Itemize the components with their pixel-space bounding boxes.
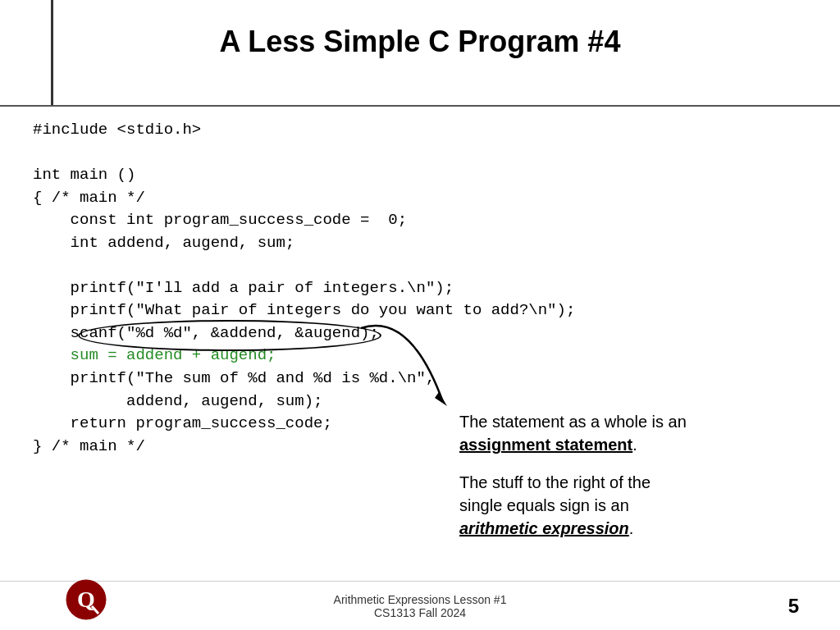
code-line-3: { /* main */ — [33, 187, 807, 210]
annotation-italic-arithmetic: arithmetic expression — [459, 519, 629, 537]
annotation-text-1a: The statement as a whole is an — [459, 413, 687, 431]
title-underline — [0, 105, 840, 107]
code-line-blank1 — [33, 142, 807, 165]
code-line-1: #include <stdio.h> — [33, 119, 807, 142]
annotation-text-1: The statement as a whole is an assignmen… — [459, 410, 815, 456]
code-line-blank2 — [33, 254, 807, 277]
annotation-text-2: The stuff to the right of the single equ… — [459, 471, 815, 540]
footer-page-number: 5 — [788, 595, 799, 618]
code-line-6: printf("I'll add a pair of integers.\n")… — [33, 277, 807, 300]
annotation-text-2a: The stuff to the right of the — [459, 473, 651, 491]
footer-text-block: Arithmetic Expressions Lesson #1 CS1313 … — [334, 593, 507, 619]
code-line-5: int addend, augend, sum; — [33, 232, 807, 255]
code-line-4: const int program_success_code = 0; — [33, 209, 807, 232]
code-line-2: int main () — [33, 164, 807, 187]
footer-course: CS1313 Fall 2024 — [334, 606, 507, 619]
annotation-block: The statement as a whole is an assignmen… — [459, 410, 815, 540]
annotation-period-2: . — [629, 519, 634, 537]
ou-logo: Q — [66, 579, 107, 623]
slide-title: A Less Simple C Program #4 — [0, 25, 840, 59]
footer-lesson: Arithmetic Expressions Lesson #1 — [334, 593, 507, 606]
annotation-period-1: . — [632, 436, 637, 454]
annotation-text-2b: single equals sign is an — [459, 496, 629, 514]
annotation-bold-assignment: assignment statement — [459, 436, 632, 454]
slide-footer: Q Arithmetic Expressions Lesson #1 CS131… — [0, 581, 840, 630]
